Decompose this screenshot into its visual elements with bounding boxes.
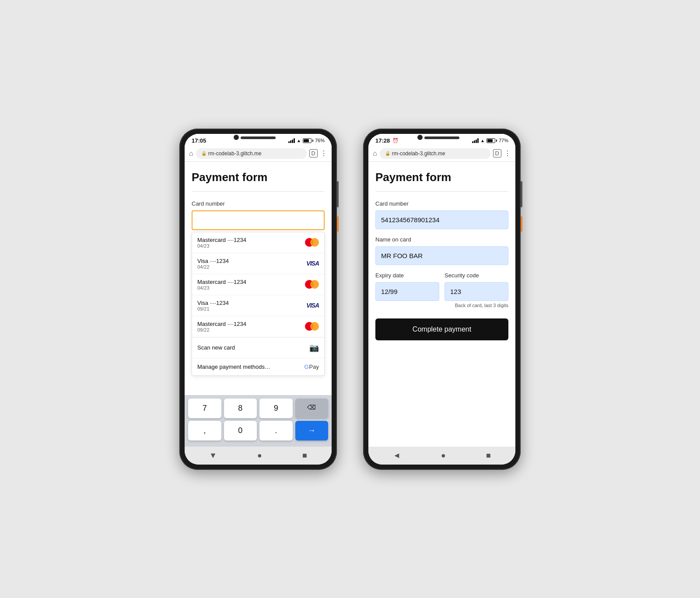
- card-number-label-left: Card number: [192, 200, 325, 207]
- key-delete[interactable]: ⌫: [295, 399, 329, 418]
- more-menu-icon-left[interactable]: ⋮: [320, 149, 327, 157]
- card-3-expiry: 04/23: [197, 285, 246, 290]
- lock-icon-right: 🔒: [385, 151, 390, 156]
- saved-card-4[interactable]: Visa ····1234 09/21 VISA: [192, 295, 324, 316]
- tab-switcher-icon-right[interactable]: D: [493, 149, 501, 157]
- status-bar-right: 17:28 ⏰ ▲: [368, 134, 515, 146]
- left-phone: 17:05 ▲ 76%: [179, 129, 337, 470]
- url-bar-right[interactable]: 🔒 rm-codelab-3.glitch.me: [380, 148, 490, 159]
- browser-icons-right: D ⋮: [493, 149, 511, 157]
- right-phone: 17:28 ⏰ ▲: [363, 129, 521, 470]
- volume-button-left: [337, 181, 339, 207]
- home-icon-left[interactable]: ⌂: [189, 150, 193, 157]
- security-code-label: Security code: [444, 272, 508, 279]
- tab-switcher-icon-left[interactable]: D: [309, 149, 318, 157]
- right-screen: 17:28 ⏰ ▲: [368, 134, 515, 465]
- browser-bar-left: ⌂ 🔒 rm-codelab-3.glitch.me D ⋮: [185, 146, 332, 162]
- scan-new-card-label: Scan new card: [197, 344, 235, 351]
- front-camera-right: [417, 135, 423, 140]
- battery-icon-right: [486, 138, 497, 143]
- keyboard-row-1: 7 8 9 ⌫: [188, 399, 328, 418]
- page-content-left: Payment form Card number Mastercard ····…: [185, 162, 332, 395]
- expiry-security-row: Expiry date 12/99 Security code 123 Back…: [375, 272, 508, 308]
- nav-home-left[interactable]: ●: [257, 451, 262, 460]
- lock-icon-left: 🔒: [201, 151, 206, 156]
- signal-icon-left: [288, 138, 295, 143]
- key-9[interactable]: 9: [259, 399, 293, 418]
- status-icons-right: ▲ 77%: [472, 138, 508, 143]
- battery-percent-left: 76%: [315, 138, 325, 143]
- content-area-right: Payment form Card number 541234567890123…: [368, 162, 515, 447]
- right-phone-wrapper: 17:28 ⏰ ▲: [363, 129, 521, 470]
- expiry-date-value[interactable]: 12/99: [375, 282, 439, 301]
- left-phone-wrapper: 17:05 ▲ 76%: [179, 129, 337, 470]
- browser-icons-left: D ⋮: [309, 149, 327, 157]
- card-4-expiry: 09/21: [197, 306, 229, 311]
- content-area-left: Payment form Card number Mastercard ····…: [185, 162, 332, 447]
- bottom-nav-right: ◄ ● ■: [368, 447, 515, 465]
- time-left: 17:05: [192, 137, 206, 144]
- power-button-right: [521, 216, 522, 232]
- card-number-label-right: Card number: [375, 200, 508, 207]
- nav-recents-left[interactable]: ■: [302, 451, 307, 460]
- status-bar-left: 17:05 ▲ 76%: [185, 134, 332, 146]
- nav-back-right[interactable]: ◄: [393, 451, 401, 460]
- battery-percent-right: 77%: [499, 138, 508, 143]
- card-2-name: Visa ····1234: [197, 258, 229, 264]
- card-4-name: Visa ····1234: [197, 300, 229, 306]
- network-icon-left: ▲: [297, 138, 301, 143]
- card-3-name: Mastercard ····1234: [197, 279, 246, 285]
- scan-new-card-item[interactable]: Scan new card 📷: [192, 337, 324, 358]
- security-code-hint: Back of card, last 3 digits: [444, 303, 508, 308]
- security-col: Security code 123 Back of card, last 3 d…: [444, 272, 508, 308]
- card-1-expiry: 04/23: [197, 243, 246, 248]
- camera-icon: 📷: [309, 343, 319, 353]
- security-code-value[interactable]: 123: [444, 282, 508, 301]
- key-8[interactable]: 8: [224, 399, 257, 418]
- key-next[interactable]: →: [295, 421, 329, 441]
- network-icon-right: ▲: [480, 138, 485, 143]
- saved-card-1[interactable]: Mastercard ····1234 04/23: [192, 232, 324, 253]
- visa-icon-1: VISA: [306, 260, 319, 267]
- volume-button-right: [521, 181, 522, 207]
- manage-payment-methods-item[interactable]: Manage payment methods… G Pay: [192, 358, 324, 375]
- url-text-left: rm-codelab-3.glitch.me: [208, 150, 262, 157]
- expiry-col: Expiry date 12/99: [375, 272, 439, 308]
- more-menu-icon-right[interactable]: ⋮: [504, 149, 511, 157]
- card-1-name: Mastercard ····1234: [197, 237, 246, 243]
- saved-card-3[interactable]: Mastercard ····1234 04/23: [192, 274, 324, 295]
- gpay-icon: G Pay: [304, 364, 319, 370]
- card-2-expiry: 04/22: [197, 264, 229, 269]
- autocomplete-dropdown-left: Mastercard ····1234 04/23 Visa ····: [192, 232, 325, 376]
- url-bar-left[interactable]: 🔒 rm-codelab-3.glitch.me: [196, 148, 307, 159]
- power-button-left: [337, 216, 339, 232]
- nav-back-left[interactable]: ▼: [209, 451, 217, 460]
- key-period[interactable]: .: [259, 421, 293, 441]
- key-0[interactable]: 0: [224, 421, 257, 441]
- nav-recents-right[interactable]: ■: [486, 451, 491, 460]
- name-on-card-value[interactable]: MR FOO BAR: [375, 246, 508, 265]
- url-text-right: rm-codelab-3.glitch.me: [392, 150, 445, 157]
- card-number-input-left[interactable]: [192, 210, 325, 230]
- saved-card-2[interactable]: Visa ····1234 04/22 VISA: [192, 253, 324, 274]
- left-screen: 17:05 ▲ 76%: [185, 134, 332, 465]
- manage-payment-label: Manage payment methods…: [197, 364, 270, 370]
- mastercard-icon-1: [305, 238, 319, 247]
- visa-icon-2: VISA: [306, 302, 319, 309]
- divider-left: [192, 191, 325, 192]
- card-5-name: Mastercard ····1234: [197, 321, 246, 327]
- battery-icon-left: [303, 138, 313, 143]
- key-7[interactable]: 7: [188, 399, 221, 418]
- key-comma[interactable]: ,: [188, 421, 221, 441]
- mastercard-icon-3: [305, 322, 319, 331]
- status-icons-left: ▲ 76%: [288, 138, 325, 143]
- keyboard-left: 7 8 9 ⌫ , 0 . →: [185, 395, 332, 447]
- alarm-icon-right: ⏰: [392, 138, 399, 143]
- complete-payment-button[interactable]: Complete payment: [375, 318, 508, 340]
- mastercard-icon-2: [305, 280, 319, 289]
- card-number-value[interactable]: 5412345678901234: [375, 210, 508, 229]
- home-icon-right[interactable]: ⌂: [373, 150, 377, 157]
- nav-home-right[interactable]: ●: [441, 451, 446, 460]
- saved-card-5[interactable]: Mastercard ····1234 09/22: [192, 316, 324, 337]
- page-title-right: Payment form: [375, 171, 508, 184]
